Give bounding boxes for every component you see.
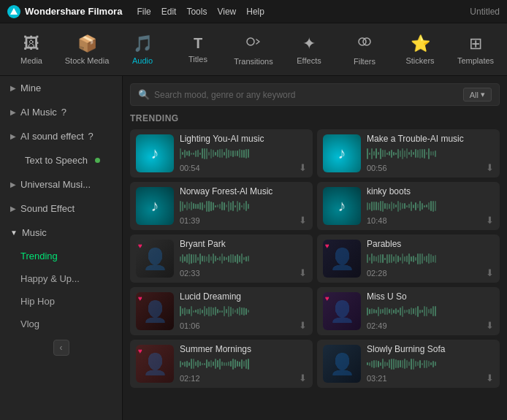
download-button-parables[interactable]: ⬇ <box>486 267 494 278</box>
sidebar-item-ai-sound-effect[interactable]: ▶ AI sound effect ? <box>0 124 122 148</box>
download-button-bryant-park[interactable]: ⬇ <box>299 267 307 278</box>
universal-arrow-icon: ▶ <box>10 180 16 188</box>
music-meta-make-a-trouble: 00:56 ⬇ <box>367 162 494 173</box>
music-card-bryant-park[interactable]: ♥👤 Bryant Park 02:33 ⬇ <box>130 234 313 283</box>
music-title-make-a-trouble: Make a Trouble-AI music <box>367 134 494 144</box>
toolbar-titles[interactable]: T Titles <box>172 26 224 73</box>
sidebar-ai-sound-label: AI sound effect <box>20 131 84 142</box>
trending-label: Trending <box>20 251 58 261</box>
sidebar-item-ai-music[interactable]: ▶ AI Music ? <box>0 100 122 124</box>
download-button-norway-forest[interactable]: ⬇ <box>299 215 307 226</box>
search-filter-button[interactable]: All ▾ <box>463 88 492 102</box>
music-note-icon: ♪ <box>338 196 346 215</box>
toolbar-stickers[interactable]: ⭐ Stickers <box>394 26 446 73</box>
music-waveform-make-a-trouble <box>367 147 494 160</box>
download-button-kinky-boots[interactable]: ⬇ <box>486 215 494 226</box>
toolbar-templates[interactable]: ⊞ Templates <box>449 26 502 73</box>
toolbar-audio[interactable]: 🎵 Audio <box>116 26 169 73</box>
heart-icon: ♥ <box>138 294 142 302</box>
music-card-summer-mornings[interactable]: ♥👤 Summer Mornings 02:12 ⬇ <box>130 340 313 388</box>
sidebar-item-music[interactable]: ▼ Music <box>0 221 122 245</box>
download-button-slowly-burning-sofa[interactable]: ⬇ <box>486 373 494 383</box>
music-info-lighting-you: Lighting You-AI music 00:54 ⬇ <box>180 134 307 173</box>
music-duration-lighting-you: 00:54 <box>180 164 200 172</box>
sidebar-sub-vlog[interactable]: Vlog <box>0 313 122 335</box>
music-info-miss-u-so: Miss U So 02:49 ⬇ <box>367 291 494 331</box>
music-thumb-parables: ♥👤 <box>323 240 361 278</box>
music-info-summer-mornings: Summer Mornings 02:12 ⬇ <box>180 344 307 383</box>
menu-tools[interactable]: Tools <box>186 7 207 17</box>
search-bar: 🔍 All ▾ <box>130 83 500 106</box>
music-waveform-lighting-you <box>180 147 307 160</box>
app-name: Wondershare Filmora <box>25 6 122 17</box>
menu-edit[interactable]: Edit <box>161 7 177 17</box>
heart-icon: ♥ <box>138 242 142 250</box>
music-thumb-kinky-boots: ♪ <box>323 187 361 225</box>
trending-section-label: TRENDING <box>130 113 500 123</box>
download-button-miss-u-so[interactable]: ⬇ <box>486 320 494 331</box>
stickers-icon: ⭐ <box>411 34 430 53</box>
sidebar-sub-happy-up[interactable]: Happy & Up... <box>0 267 122 290</box>
sidebar-item-sound-effect[interactable]: ▶ Sound Effect <box>0 196 122 221</box>
music-duration-bryant-park: 02:33 <box>180 269 200 278</box>
music-title-slowly-burning-sofa: Slowly Burning Sofa <box>367 344 494 354</box>
app-logo <box>7 5 20 18</box>
search-filter-chevron-icon: ▾ <box>481 90 485 99</box>
download-button-summer-mornings[interactable]: ⬇ <box>299 373 307 383</box>
music-title-parables: Parables <box>367 239 494 249</box>
titlebar: Wondershare Filmora File Edit Tools View… <box>0 0 507 23</box>
download-button-make-a-trouble[interactable]: ⬇ <box>486 162 494 173</box>
music-card-kinky-boots[interactable]: ♪ kinky boots 10:48 ⬇ <box>317 182 500 230</box>
menu-view[interactable]: View <box>217 7 236 17</box>
sidebar-item-text-to-speech[interactable]: Text to Speech <box>0 148 122 172</box>
download-button-lighting-you[interactable]: ⬇ <box>299 162 307 173</box>
search-icon: 🔍 <box>138 89 150 100</box>
toolbar-effects[interactable]: ✦ Effects <box>283 26 335 73</box>
toolbar-audio-label: Audio <box>132 56 153 65</box>
music-title-lighting-you: Lighting You-AI music <box>180 134 307 144</box>
toolbar-filters[interactable]: Filters <box>338 26 391 73</box>
toolbar-transitions[interactable]: Transitions <box>227 26 280 73</box>
toolbar-templates-label: Templates <box>457 56 494 65</box>
menu-help[interactable]: Help <box>246 7 264 17</box>
music-thumb-slowly-burning-sofa: 👤 <box>323 345 361 383</box>
music-card-make-a-trouble[interactable]: ♪ Make a Trouble-AI music 00:56 ⬇ <box>317 129 500 177</box>
menu-file[interactable]: File <box>137 7 150 17</box>
music-waveform-kinky-boots <box>367 199 494 213</box>
music-card-slowly-burning-sofa[interactable]: 👤 Slowly Burning Sofa 03:21 ⬇ <box>317 340 500 388</box>
window-title: Untitled <box>470 7 500 17</box>
music-card-lucid-dreaming[interactable]: ♥👤 Lucid Dreaming 01:06 ⬇ <box>130 287 313 335</box>
toolbar: 🖼 Media 📦 Stock Media 🎵 Audio T Titles T… <box>0 23 507 76</box>
music-duration-summer-mornings: 02:12 <box>180 374 200 383</box>
music-card-lighting-you[interactable]: ♪ Lighting You-AI music 00:54 ⬇ <box>130 129 313 177</box>
music-title-norway-forest: Norway Forest-Al Music <box>180 186 307 196</box>
music-card-parables[interactable]: ♥👤 Parables 02:28 ⬇ <box>317 234 500 283</box>
toolbar-titles-label: Titles <box>188 55 207 64</box>
music-duration-slowly-burning-sofa: 03:21 <box>367 374 387 383</box>
music-title-kinky-boots: kinky boots <box>367 186 494 196</box>
music-meta-bryant-park: 02:33 ⬇ <box>180 267 307 278</box>
sidebar-item-mine[interactable]: ▶ Mine <box>0 76 122 100</box>
music-card-norway-forest[interactable]: ♪ Norway Forest-Al Music 01:39 ⬇ <box>130 182 313 230</box>
toolbar-media[interactable]: 🖼 Media <box>5 26 58 73</box>
music-info-slowly-burning-sofa: Slowly Burning Sofa 03:21 ⬇ <box>367 344 494 383</box>
music-waveform-slowly-burning-sofa <box>367 357 494 370</box>
menu-bar: File Edit Tools View Help <box>137 7 264 17</box>
sidebar-sub-hip-hop[interactable]: Hip Hop <box>0 290 122 313</box>
media-icon: 🖼 <box>23 34 39 53</box>
sidebar-item-universal-music[interactable]: ▶ Universal Musi... <box>0 172 122 196</box>
toolbar-stock-media[interactable]: 📦 Stock Media <box>61 26 113 73</box>
sidebar-collapse-button[interactable]: ‹ <box>53 340 69 356</box>
search-input[interactable] <box>154 90 459 100</box>
sidebar-sub-trending[interactable]: Trending <box>0 245 122 267</box>
music-waveform-norway-forest <box>180 199 307 213</box>
toolbar-media-label: Media <box>20 56 42 65</box>
ai-sound-help-icon: ? <box>88 131 94 142</box>
music-meta-lighting-you: 00:54 ⬇ <box>180 162 307 173</box>
music-card-miss-u-so[interactable]: ♥👤 Miss U So 02:49 ⬇ <box>317 287 500 335</box>
download-button-lucid-dreaming[interactable]: ⬇ <box>299 320 307 331</box>
svg-point-1 <box>247 38 254 45</box>
svg-point-3 <box>363 38 370 45</box>
person-silhouette: 👤 <box>323 345 361 383</box>
music-info-kinky-boots: kinky boots 10:48 ⬇ <box>367 186 494 226</box>
